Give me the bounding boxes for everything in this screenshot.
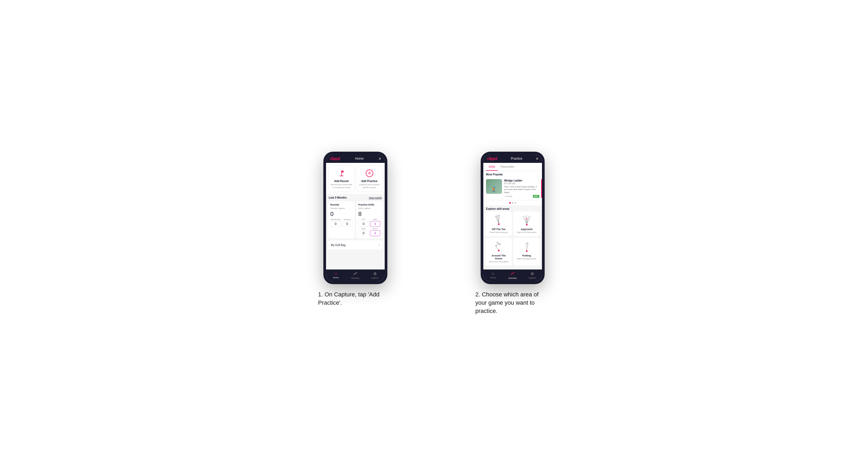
svg-point-14 <box>526 224 528 225</box>
golfer-icon: 🏌️ <box>491 186 497 193</box>
around-green-name: Around The Green <box>488 254 510 260</box>
action-cards: Add Round Record your shots fast or enha… <box>326 163 385 194</box>
rounds-sub-stats: Tournament 0 Practice 0 <box>330 219 352 227</box>
phone2-activities-nav-label: Activities <box>508 277 517 279</box>
skill-card-approach[interactable]: Approach Dial-in to hit the green <box>514 211 540 236</box>
drills-title: Practice Drills <box>358 204 380 206</box>
app-stat: APP 4 <box>370 219 381 227</box>
svg-point-26 <box>527 243 528 244</box>
off-the-tee-name: Off The Tee <box>492 228 506 230</box>
putt-stat: PUTT 4 <box>370 228 381 236</box>
capture-nav-label: Capture <box>371 277 378 279</box>
svg-point-24 <box>497 242 498 243</box>
activities-nav-label: Activities <box>351 277 360 279</box>
hamburger-icon[interactable]: ≡ <box>379 156 381 161</box>
phone2-screen-content: Drills Favourites Most Popular 🏌️ <box>483 163 542 270</box>
add-round-card[interactable]: Add Round Record your shots fast or enha… <box>328 165 354 192</box>
caption2: 2. Choose which area of your game you wa… <box>475 290 550 315</box>
svg-line-16 <box>525 216 527 224</box>
skill-card-putting[interactable]: Putting Make and lag practice <box>514 238 540 266</box>
phone1-logo: clippd <box>330 156 340 161</box>
svg-point-28 <box>511 274 512 275</box>
phone1-screen-content: Add Round Record your shots fast or enha… <box>326 163 385 270</box>
skill-card-around-green[interactable]: Around The Green Hone your short game <box>486 238 512 266</box>
shots-text: 9 shots <box>506 195 513 197</box>
phone2-home-nav-icon: ⌂ <box>492 271 495 276</box>
dot-3 <box>515 202 516 204</box>
phone1-screen: clippd Home ≡ <box>326 154 385 281</box>
nav-capture[interactable]: ⊕ Capture <box>365 271 385 279</box>
drill-description: Play 1 shot at each target yardage. If y… <box>504 186 539 193</box>
add-round-title: Add Round <box>334 180 349 183</box>
off-the-tee-diagram <box>492 214 505 226</box>
tabs-row: Drills Favourites <box>483 163 542 171</box>
add-practice-desc: Capture your practice off-the-course <box>359 183 380 189</box>
drill-footer: ○ 9 shots APP <box>504 195 539 198</box>
svg-point-5 <box>353 274 354 275</box>
nav-activities[interactable]: Activities <box>345 271 365 279</box>
drill-distance: 50-100 yds <box>504 182 539 185</box>
tab-favourites[interactable]: Favourites <box>498 163 517 171</box>
home-nav-label: Home <box>333 276 339 279</box>
practice-circle-icon <box>366 169 373 177</box>
svg-line-10 <box>499 216 499 223</box>
skill-grid: Off The Tee Power and accuracy <box>483 211 542 268</box>
rounds-value: 0 <box>330 211 352 218</box>
phone2-title: Practice <box>511 157 522 160</box>
svg-point-21 <box>498 250 500 251</box>
tournament-value: 0 <box>330 221 341 227</box>
svg-line-15 <box>523 216 527 224</box>
drill-image: 🏌️ <box>486 179 502 194</box>
skill-card-off-the-tee[interactable]: Off The Tee Power and accuracy <box>486 211 512 236</box>
approach-desc: Dial-in to hit the green <box>517 231 536 234</box>
phone2-activities-nav-icon <box>510 271 515 276</box>
phone2-nav-capture[interactable]: ⊕ Capture <box>523 271 542 279</box>
add-practice-card[interactable]: Add Practice Capture your practice off-t… <box>356 165 382 192</box>
phone1-header: clippd Home ≡ <box>326 154 385 163</box>
approach-name: Approach <box>521 228 532 230</box>
nav-home[interactable]: ⌂ Home <box>326 271 345 279</box>
add-practice-icon <box>365 168 374 178</box>
svg-line-9 <box>497 216 499 223</box>
caption1: 1. On Capture, tap 'Add Practice'. <box>318 290 393 307</box>
phone2-bottom-nav: ⌂ Home Activities <box>483 270 542 281</box>
phone2-home-nav-label: Home <box>490 276 496 279</box>
phone2-nav-home[interactable]: ⌂ Home <box>483 271 503 279</box>
svg-point-6 <box>356 272 357 273</box>
phone2-section: clippd Practice ≡ Drills Favourites Most… <box>445 152 581 315</box>
phone2-nav-activities[interactable]: Activities <box>503 271 522 279</box>
svg-point-27 <box>525 243 526 244</box>
star-icon[interactable]: ☆ <box>537 179 540 182</box>
svg-line-18 <box>527 216 529 224</box>
ott-stat: OTT 0 <box>358 219 369 227</box>
svg-point-25 <box>526 250 528 252</box>
shots-count: ○ 9 shots <box>504 195 513 197</box>
drill-info: Wedge Ladder 50-100 yds Play 1 shot at e… <box>504 179 539 197</box>
tab-drills[interactable]: Drills <box>486 163 498 171</box>
phone2-hamburger-icon[interactable]: ≡ <box>536 156 538 161</box>
stats-grid: Rounds Rounds Capture 0 Tournament 0 Pra… <box>326 200 385 241</box>
off-the-tee-desc: Power and accuracy <box>490 231 508 234</box>
svg-line-19 <box>527 216 531 224</box>
svg-point-20 <box>526 218 527 219</box>
card-accent <box>541 179 542 197</box>
phone2-logo: clippd <box>487 156 497 161</box>
arg-label: ARG <box>358 228 369 230</box>
phone2-frame: clippd Practice ≡ Drills Favourites Most… <box>480 152 545 284</box>
putt-label: PUTT <box>370 228 381 230</box>
view-activity-link[interactable]: View Activity <box>369 196 382 199</box>
svg-point-29 <box>514 272 514 273</box>
drills-sub-stats: OTT 0 APP 4 ARG 0 <box>358 219 380 236</box>
phone1-section: clippd Home ≡ <box>287 152 423 307</box>
drill-img-placeholder: 🏌️ <box>486 179 502 194</box>
svg-rect-1 <box>341 170 344 173</box>
drill-name: Wedge Ladder <box>504 179 539 182</box>
wedge-ladder-card: 🏌️ Wedge Ladder 50-100 yds Play 1 shot a… <box>483 177 542 200</box>
golf-bag-row[interactable]: My Golf Bag › <box>328 241 382 249</box>
phone1-frame: clippd Home ≡ <box>323 152 388 284</box>
putting-diagram <box>520 241 533 252</box>
phone2-screen: clippd Practice ≡ Drills Favourites Most… <box>483 154 542 281</box>
around-green-diagram <box>492 241 505 252</box>
dot-2 <box>512 202 514 204</box>
add-round-icon <box>337 168 346 178</box>
